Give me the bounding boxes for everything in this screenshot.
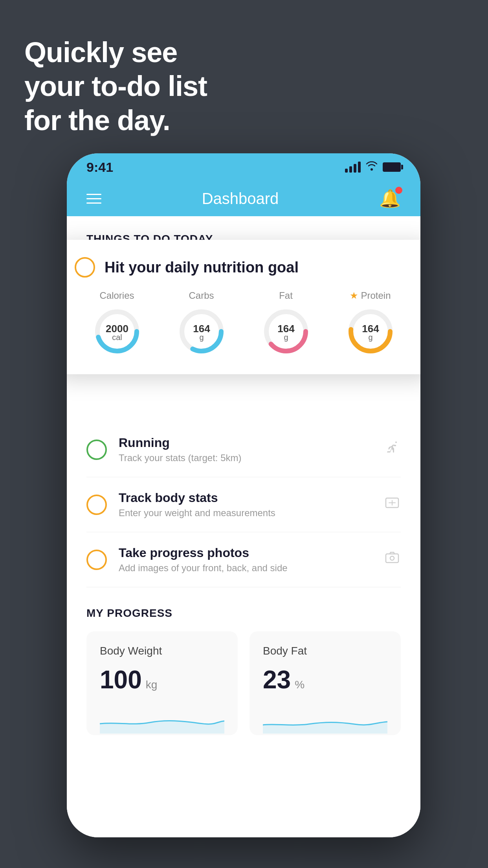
body-fat-number: 23 [263, 665, 291, 694]
todo-item-body-stats[interactable]: Track body stats Enter your weight and m… [86, 477, 401, 532]
nutrition-circles: Calories 2000 cal Carbs 164 g [75, 290, 413, 357]
progress-section-title: MY PROGRESS [86, 607, 401, 620]
fat-donut: 164 g [261, 306, 312, 357]
hero-line2: your to-do list [24, 69, 207, 103]
body-fat-value: 23 % [263, 665, 387, 694]
hero-text: Quickly see your to-do list for the day. [24, 35, 207, 137]
todo-text-running: Running Track your stats (target: 5km) [119, 436, 372, 463]
todo-list: Running Track your stats (target: 5km) T… [67, 422, 420, 587]
todo-title-body-stats: Track body stats [119, 491, 372, 505]
todo-text-progress-photos: Take progress photos Add images of your … [119, 546, 372, 574]
status-bar: 9:41 [67, 153, 420, 181]
protein-label: ★ Protein [350, 290, 391, 301]
running-icon [383, 439, 401, 460]
scale-icon [383, 494, 401, 515]
svg-rect-19 [386, 554, 398, 563]
notification-badge [395, 187, 402, 194]
body-weight-title: Body Weight [100, 645, 224, 657]
carbs-donut: 164 g [176, 306, 227, 357]
body-fat-card[interactable]: Body Fat 23 % [250, 631, 401, 735]
todo-item-running[interactable]: Running Track your stats (target: 5km) [86, 422, 401, 477]
nutrition-card: Hit your daily nutrition goal Calories 2… [67, 240, 420, 374]
hero-line3: for the day. [24, 103, 207, 137]
app-header: Dashboard 🔔 [67, 181, 420, 216]
photo-icon [383, 549, 401, 570]
todo-subtitle-running: Track your stats (target: 5km) [119, 452, 372, 463]
app-content: THINGS TO DO TODAY Hit your daily nutrit… [67, 216, 420, 837]
progress-section: MY PROGRESS Body Weight 100 kg [67, 587, 420, 751]
nutrition-calories: Calories 2000 cal [92, 290, 143, 357]
svg-text:cal: cal [112, 333, 122, 342]
notification-bell-button[interactable]: 🔔 [379, 188, 401, 209]
body-weight-value: 100 kg [100, 665, 224, 694]
svg-text:g: g [368, 333, 372, 342]
fat-label: Fat [279, 290, 293, 301]
card-title-row: Hit your daily nutrition goal [75, 257, 413, 278]
todo-circle-running [86, 440, 107, 460]
todo-subtitle-progress-photos: Add images of your front, back, and side [119, 563, 372, 574]
body-weight-card[interactable]: Body Weight 100 kg [86, 631, 238, 735]
todo-circle-body-stats [86, 495, 107, 515]
phone-frame: 9:41 Dashboard [67, 153, 420, 837]
todo-title-progress-photos: Take progress photos [119, 546, 372, 560]
battery-icon [383, 162, 401, 172]
svg-point-20 [390, 556, 394, 560]
body-weight-unit: kg [146, 679, 158, 691]
body-fat-unit: % [295, 679, 305, 691]
body-weight-number: 100 [100, 665, 142, 694]
hamburger-menu-icon[interactable] [86, 194, 101, 204]
nutrition-carbs: Carbs 164 g [176, 290, 227, 357]
todo-circle-progress-photos [86, 550, 107, 570]
todo-item-progress-photos[interactable]: Take progress photos Add images of your … [86, 532, 401, 587]
todo-text-body-stats: Track body stats Enter your weight and m… [119, 491, 372, 519]
wifi-icon [365, 161, 378, 173]
calories-label: Calories [99, 290, 134, 301]
header-title: Dashboard [202, 190, 279, 208]
nutrition-fat: Fat 164 g [261, 290, 312, 357]
task-circle-check[interactable] [75, 257, 95, 278]
todo-title-running: Running [119, 436, 372, 450]
calories-donut: 2000 cal [92, 306, 143, 357]
hero-line1: Quickly see [24, 35, 207, 69]
star-icon: ★ [350, 290, 358, 301]
status-icons [345, 161, 401, 173]
status-time: 9:41 [86, 160, 113, 175]
progress-cards: Body Weight 100 kg [86, 631, 401, 735]
svg-text:g: g [284, 333, 288, 342]
protein-donut: 164 g [345, 306, 396, 357]
svg-text:g: g [199, 333, 204, 342]
body-weight-chart [100, 706, 224, 734]
nutrition-protein: ★ Protein 164 g [345, 290, 396, 357]
card-title: Hit your daily nutrition goal [105, 259, 299, 276]
carbs-label: Carbs [189, 290, 214, 301]
signal-bars-icon [345, 162, 361, 173]
body-fat-chart [263, 706, 387, 734]
body-fat-title: Body Fat [263, 645, 387, 657]
todo-subtitle-body-stats: Enter your weight and measurements [119, 508, 372, 519]
